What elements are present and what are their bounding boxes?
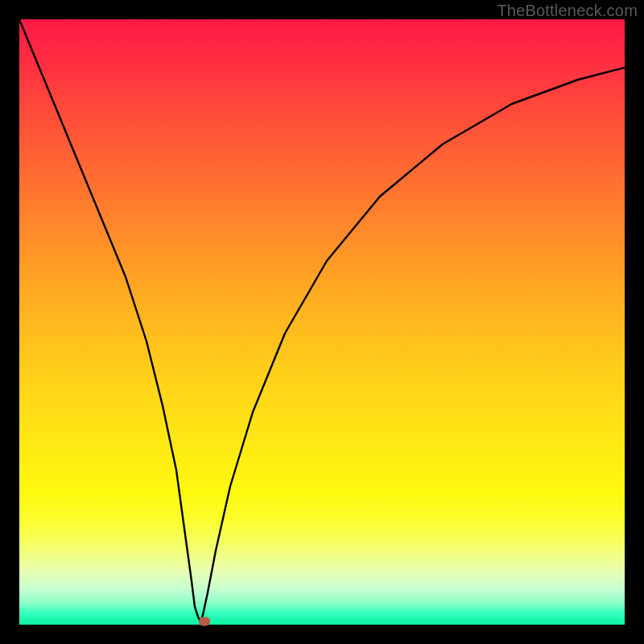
- plot-area: [19, 19, 625, 625]
- watermark-text: TheBottleneck.com: [497, 2, 638, 20]
- chart-frame: TheBottleneck.com: [0, 0, 644, 644]
- curve-path: [19, 19, 625, 622]
- bottleneck-curve: [19, 19, 625, 625]
- optimum-marker: [199, 617, 210, 625]
